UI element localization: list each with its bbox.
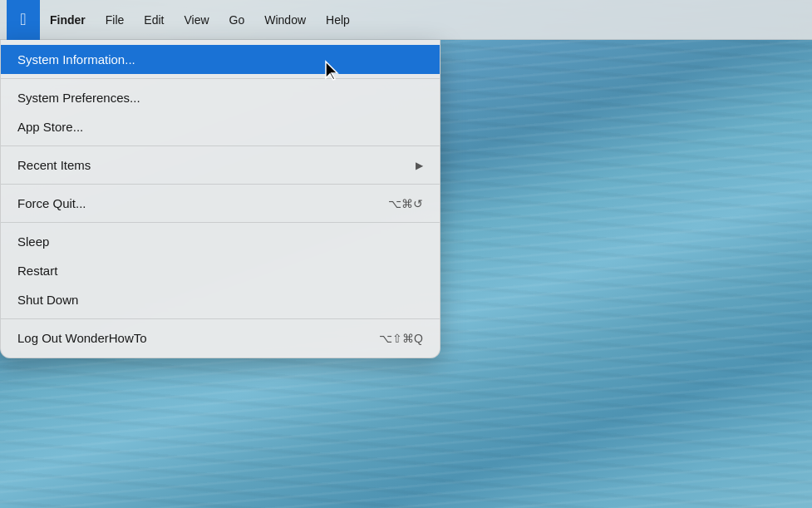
menu-item-recent-items[interactable]: Recent Items ▶ [1, 150, 440, 180]
menubar-help[interactable]: Help [316, 0, 360, 40]
menubar-file[interactable]: File [96, 0, 135, 40]
menu-item-shut-down[interactable]: Shut Down [1, 285, 440, 314]
menubar:  Finder File Edit View Go Window Help [0, 0, 812, 40]
submenu-arrow-icon: ▶ [416, 160, 423, 171]
menu-item-label: System Information... [17, 52, 135, 67]
menu-item-system-information[interactable]: System Information... [1, 45, 440, 74]
apple-icon:  [20, 10, 26, 29]
menu-item-label: System Preferences... [17, 91, 140, 105]
apple-menu-button[interactable]:  [7, 0, 40, 40]
menubar-finder[interactable]: Finder [40, 0, 96, 40]
menu-item-sleep[interactable]: Sleep [1, 227, 440, 256]
menu-item-label: Force Quit... [17, 196, 86, 210]
menu-item-label: Log Out WonderHowTo [17, 331, 147, 345]
menubar-edit[interactable]: Edit [134, 0, 174, 40]
apple-dropdown-menu: System Information... System Preferences… [0, 40, 440, 358]
menu-divider-1 [1, 78, 440, 79]
menu-item-label: Sleep [17, 234, 49, 249]
menu-item-label: Shut Down [17, 293, 78, 307]
menu-divider-4 [1, 222, 440, 223]
menu-item-shortcut: ⌥⇧⌘Q [379, 332, 423, 345]
menu-item-label: App Store... [17, 120, 83, 134]
menu-divider-3 [1, 184, 440, 185]
menu-item-log-out[interactable]: Log Out WonderHowTo ⌥⇧⌘Q [1, 323, 440, 353]
menu-item-system-preferences[interactable]: System Preferences... [1, 83, 440, 112]
menubar-go[interactable]: Go [219, 0, 255, 40]
menu-item-label: Restart [17, 264, 57, 278]
menu-divider-5 [1, 318, 440, 319]
menubar-view[interactable]: View [174, 0, 219, 40]
menubar-window[interactable]: Window [254, 0, 316, 40]
menu-item-label: Recent Items [17, 158, 91, 172]
menu-item-restart[interactable]: Restart [1, 256, 440, 285]
menu-divider-2 [1, 145, 440, 146]
menu-item-app-store[interactable]: App Store... [1, 112, 440, 141]
menu-item-shortcut: ⌥⌘↺ [388, 197, 423, 210]
menu-item-force-quit[interactable]: Force Quit... ⌥⌘↺ [1, 189, 440, 218]
